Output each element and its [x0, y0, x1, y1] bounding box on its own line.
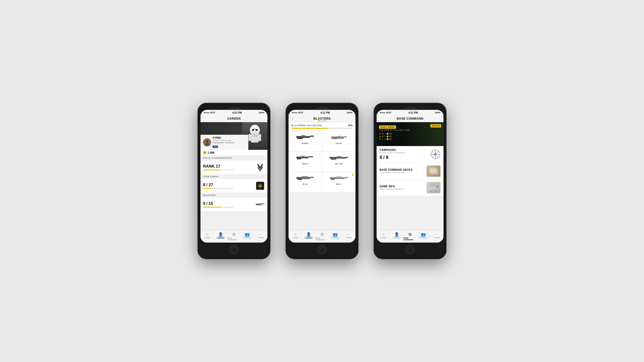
tab-home-2[interactable]: ⌂ HOME	[289, 232, 302, 241]
blasters-row[interactable]: 9 / 15	[200, 198, 267, 211]
tab-home-3[interactable]: ⌂ HOME	[377, 232, 390, 241]
star-3-3: ★	[384, 138, 386, 140]
base-command-icon: ⚙	[232, 232, 236, 237]
svg-rect-21	[310, 135, 314, 137]
new-dot-ee3	[352, 174, 353, 176]
star-card-img	[256, 182, 264, 190]
svg-rect-15	[257, 204, 260, 205]
player-info: ZYREI Joined 4 months ago Playing Base C…	[200, 135, 248, 150]
reward-3: 350	[387, 138, 392, 140]
status-right: 100%	[259, 111, 264, 114]
ca87-svg	[329, 134, 349, 141]
status-time-3: 4:21 PM	[408, 111, 418, 114]
rank-bar-wrap	[203, 169, 233, 170]
more-icon-3: ···	[435, 232, 438, 237]
battery-2: 100%	[347, 111, 352, 114]
status-bar-2: ●●●● AT&T 4:21 PM 100%	[289, 110, 355, 115]
bc-label: BLASTERS COLLECTED	[292, 124, 322, 127]
svg-point-35	[297, 157, 298, 158]
credits-row: ⬡ 1,998	[200, 150, 267, 156]
blaster-img-dh17	[295, 154, 315, 162]
svg-point-51	[330, 178, 332, 179]
svg-point-11	[205, 143, 209, 146]
blaster-cell-e11[interactable]: E-11	[289, 172, 322, 192]
home-button-3[interactable]	[406, 245, 415, 254]
player-avatar	[203, 138, 211, 146]
blaster-img-a280c	[295, 134, 315, 141]
decks-left: BASE COMMAND DECKS CUSTOMIZE YOUR DECKS	[380, 168, 427, 174]
tab-more[interactable]: ··· MORE	[254, 232, 267, 241]
tab-base-command-3[interactable]: ⚙ BASE COMMAND	[403, 232, 417, 241]
svg-rect-70	[430, 191, 432, 192]
tab-friends[interactable]: 👥 FRIENDS	[241, 232, 254, 241]
tab-career-2[interactable]: 👤 CAREER	[302, 232, 315, 241]
home-button[interactable]	[229, 245, 238, 254]
svg-rect-49	[345, 177, 348, 178]
tab-friends-2[interactable]: 👥 FRIENDS	[329, 232, 342, 241]
tab-friends-3[interactable]: 👥 FRIENDS	[417, 232, 430, 241]
star-cards-row[interactable]: 8 / 27	[200, 179, 267, 193]
svg-rect-38	[347, 157, 348, 158]
credits-subtitle: ●1,998	[320, 120, 326, 122]
friends-icon: 👥	[245, 232, 250, 237]
star-2-2: ★	[382, 135, 383, 138]
star-row-1: ★ ★ ★ 150	[379, 132, 441, 135]
player-details: ZYREI Joined 4 months ago Playing Base C…	[213, 136, 246, 148]
nav-title-base-command: BASE COMMAND	[387, 117, 433, 120]
phone-base-command: ●●●● AT&T 4:21 PM 100% BASE COMMAND DAIL…	[374, 103, 447, 259]
phone-screen-career: ●●●● AT&T 4:21 PM 100% CAREER	[200, 110, 267, 243]
campaigns-section[interactable]: CAMPAIGNS ACTIVE: FIRST COMMAND 0 / 8	[377, 146, 444, 163]
tab-base-command-2[interactable]: ⚙ BASE COMMAND	[315, 232, 329, 241]
tab-career-3[interactable]: 👤 CAREER	[390, 232, 403, 241]
career-screen: ZYREI Joined 4 months ago Playing Base C…	[200, 122, 267, 230]
decks-subtitle: CUSTOMIZE YOUR DECKS	[380, 171, 427, 174]
game-info-section[interactable]: GAME INFO ABOUT BASE COMMAND	[377, 179, 444, 196]
tab-more-3[interactable]: ··· MORE	[430, 232, 444, 241]
tab-home-label: HOME	[205, 237, 210, 239]
tab-career[interactable]: 👤 CAREER	[214, 232, 227, 241]
tab-more-label-2: MORE	[346, 237, 351, 239]
status-time-2: 4:21 PM	[320, 111, 330, 114]
credits-value: 1,998	[208, 151, 215, 154]
daily-siege[interactable]: DAILY SIEGE THE LURE OF THE DARK SIDE ★ …	[377, 122, 444, 146]
blaster-cell-ee3[interactable]: EE-3	[322, 172, 356, 192]
phone-top-3	[377, 106, 444, 110]
game-info-thumbnail	[427, 182, 440, 193]
bc-fill	[292, 128, 328, 129]
decks-thumb-svg	[429, 167, 439, 175]
svg-rect-20	[298, 137, 303, 139]
blaster-img-ca87	[329, 134, 349, 141]
phone-blasters: ●●●● AT&T 4:21 PM 100% ‹ BLASTERS ●1,998	[286, 103, 358, 259]
decks-section[interactable]: BASE COMMAND DECKS CUSTOMIZE YOUR DECKS	[377, 163, 444, 179]
svg-line-61	[437, 151, 439, 153]
phone-screen-base-command: ●●●● AT&T 4:21 PM 100% BASE COMMAND DAIL…	[377, 110, 444, 243]
blaster-img-dlt19	[329, 154, 349, 162]
phone-top-2	[289, 106, 355, 110]
campaigns-title: CAMPAIGNS	[380, 149, 428, 151]
star-cards-header: STAR CARDS	[200, 174, 267, 179]
blaster-cell-dlt19[interactable]: DLT-19	[322, 152, 356, 172]
blaster-name-ee3: EE-3	[336, 183, 341, 185]
phone-speaker	[228, 108, 240, 109]
decks-thumbnail	[427, 165, 440, 177]
svg-rect-33	[302, 156, 305, 157]
svg-rect-7	[249, 134, 251, 141]
reward-icon-1	[387, 133, 388, 134]
svg-rect-43	[310, 177, 314, 178]
game-info-thumb-svg	[427, 182, 440, 193]
tab-base-command[interactable]: ⚙ BASE COMMAND	[227, 232, 240, 241]
home-button-2[interactable]	[317, 245, 327, 254]
tab-home[interactable]: ⌂ HOME	[200, 232, 214, 241]
bc-count: 9/15	[348, 124, 352, 127]
svg-rect-65	[431, 170, 438, 175]
blaster-cell-dh17[interactable]: DH-17	[289, 152, 322, 172]
star-3-2: ★	[382, 138, 383, 140]
svg-rect-16	[262, 203, 265, 204]
rank-row[interactable]: RANK 17	[200, 160, 267, 174]
blaster-cell-a280c[interactable]: A280C	[289, 131, 322, 151]
tab-more-2[interactable]: ··· MORE	[342, 232, 355, 241]
blaster-cell-ca87[interactable]: CA-87	[322, 131, 356, 151]
svg-rect-44	[302, 176, 307, 177]
dlt19-svg	[329, 154, 349, 161]
back-button[interactable]: ‹	[292, 116, 293, 121]
